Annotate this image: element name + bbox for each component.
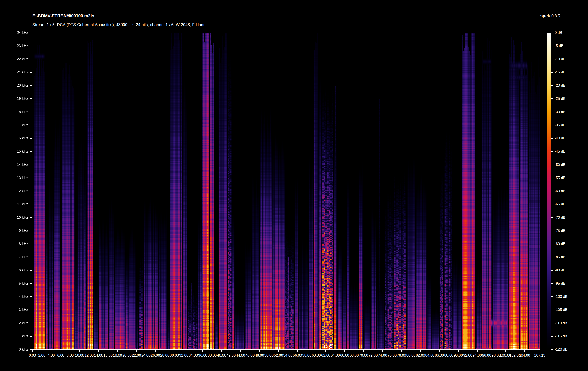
x-tick (496, 350, 496, 352)
y-tick-label: 3 kHz (5, 308, 28, 312)
x-tick (335, 350, 335, 352)
x-tick-label: 40:00 (217, 353, 226, 358)
x-tick (288, 350, 288, 352)
db-tick (551, 270, 553, 271)
y-tick (30, 310, 32, 310)
x-tick-label: 56:00 (293, 353, 302, 358)
x-tick (477, 350, 478, 352)
db-tick (551, 151, 553, 152)
y-tick-label: 11 kHz (5, 202, 28, 206)
db-tick (551, 191, 553, 191)
x-tick-label: 48:00 (255, 353, 264, 358)
db-tick (551, 336, 553, 337)
db-tick (551, 46, 553, 46)
x-tick-label: 74:00 (378, 353, 387, 358)
y-tick (30, 204, 32, 204)
db-tick-label: -30 dB (555, 110, 565, 114)
x-tick (487, 350, 487, 352)
y-tick-label: 22 kHz (5, 57, 28, 61)
y-tick-label: 14 kHz (5, 163, 28, 167)
x-tick-label: 86:00 (435, 353, 444, 358)
x-tick (354, 350, 354, 352)
x-tick (184, 350, 184, 352)
db-tick-label: -100 dB (555, 295, 567, 299)
y-tick (30, 323, 32, 323)
file-path-title: E:\BDMV\STREAM\00100.m2ts (32, 13, 94, 18)
db-tick-label: -50 dB (555, 163, 565, 167)
x-tick-label: 24:00 (141, 353, 151, 358)
x-tick-label: 66:00 (340, 353, 349, 358)
y-tick-label: 4 kHz (5, 295, 28, 299)
x-tick-label: 38:00 (208, 353, 217, 358)
x-tick-label: 72:00 (368, 353, 378, 358)
x-tick (363, 350, 364, 352)
db-tick-label: -65 dB (555, 202, 565, 206)
x-tick-label: 64:00 (331, 353, 340, 358)
x-tick (373, 350, 373, 352)
x-tick-label: 20:00 (122, 353, 132, 358)
db-tick-label: -95 dB (555, 281, 565, 286)
y-tick (30, 244, 32, 244)
y-tick (30, 217, 32, 218)
x-tick-label: 54:00 (283, 353, 293, 358)
y-tick (30, 257, 32, 257)
db-tick-label: -60 dB (555, 189, 565, 193)
db-tick-label: -10 dB (555, 57, 565, 61)
colorbar-legend (547, 33, 551, 350)
x-tick (439, 350, 440, 352)
y-tick (30, 283, 32, 284)
x-tick (174, 350, 174, 352)
x-tick (278, 350, 279, 352)
db-tick-label: -5 dB (555, 44, 563, 48)
x-tick-label: 46:00 (246, 353, 255, 358)
x-tick-label: 36:00 (198, 353, 207, 358)
y-tick (30, 46, 32, 46)
db-tick (551, 98, 553, 99)
x-tick-label: 80:00 (406, 353, 416, 358)
x-tick (212, 350, 212, 352)
x-tick-label: 50:00 (264, 353, 273, 358)
db-tick-label: -40 dB (555, 136, 565, 140)
x-tick (420, 350, 421, 352)
y-tick-label: 18 kHz (5, 110, 28, 114)
y-tick (30, 32, 32, 33)
x-tick-label: 22:00 (132, 353, 141, 358)
db-tick (551, 217, 553, 218)
x-tick (117, 350, 118, 352)
y-tick-label: 16 kHz (5, 136, 28, 140)
x-tick-label: 32:00 (179, 353, 189, 358)
x-tick (89, 350, 89, 352)
x-tick (540, 350, 540, 352)
db-tick-label: -90 dB (555, 268, 565, 273)
stream-info-subtitle: Stream 1 / 5: DCA (DTS Coherent Acoustic… (32, 22, 205, 27)
y-tick-label: 19 kHz (5, 96, 28, 101)
db-tick (551, 297, 553, 297)
x-tick (449, 350, 449, 352)
db-tick (551, 178, 553, 178)
x-tick (515, 350, 515, 352)
x-tick-label: 68:00 (350, 353, 359, 358)
x-tick (344, 350, 345, 352)
x-tick-label: 18:00 (113, 353, 122, 358)
x-tick-label: 98:00 (492, 353, 501, 358)
x-tick (326, 350, 326, 352)
x-tick-label: 52:00 (274, 353, 283, 358)
x-tick (231, 350, 231, 352)
y-tick-label: 24 kHz (5, 31, 28, 35)
db-tick (551, 257, 553, 257)
x-tick-label: 44:00 (236, 353, 245, 358)
y-tick-label: 9 kHz (5, 229, 28, 233)
x-tick (70, 350, 70, 352)
x-tick (165, 350, 165, 352)
y-tick-label: 0 kHz (5, 347, 28, 352)
y-tick (30, 178, 32, 178)
x-tick-label: 90:00 (454, 353, 463, 358)
y-tick (30, 98, 32, 99)
x-tick-label: 16:00 (103, 353, 113, 358)
x-tick-label: 104:00 (519, 353, 530, 358)
x-tick (297, 350, 298, 352)
x-tick-label: 30:00 (170, 353, 179, 358)
x-tick (136, 350, 136, 352)
x-tick (259, 350, 260, 352)
x-tick (505, 350, 506, 352)
